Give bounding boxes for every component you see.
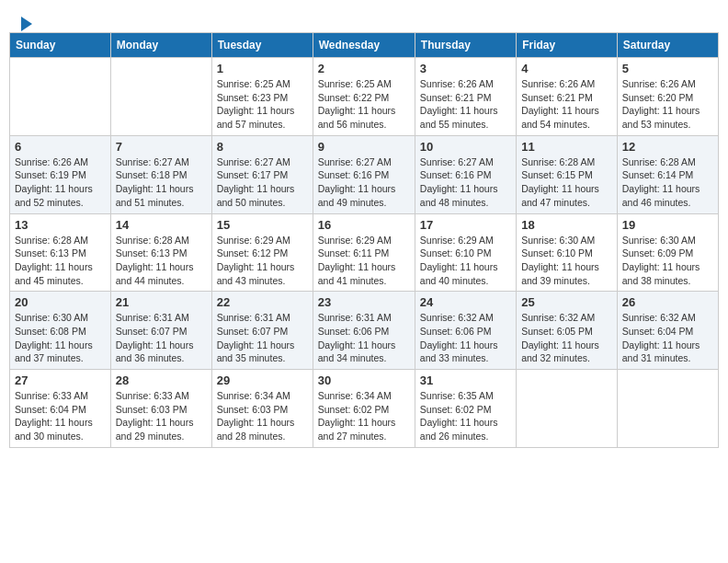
- header-tuesday: Tuesday: [211, 33, 313, 58]
- day-info: Sunrise: 6:32 AM Sunset: 6:04 PM Dayligh…: [622, 311, 713, 365]
- calendar-cell: [617, 370, 718, 448]
- calendar-cell: 14Sunrise: 6:28 AM Sunset: 6:13 PM Dayli…: [110, 213, 211, 292]
- day-info: Sunrise: 6:30 AM Sunset: 6:09 PM Dayligh…: [622, 234, 713, 288]
- day-info: Sunrise: 6:26 AM Sunset: 6:21 PM Dayligh…: [420, 77, 511, 132]
- calendar-week-1: 1Sunrise: 6:25 AM Sunset: 6:23 PM Daylig…: [10, 58, 719, 136]
- day-number: 23: [318, 295, 410, 309]
- day-number: 21: [116, 295, 207, 309]
- logo: [18, 18, 32, 28]
- calendar-table: SundayMondayTuesdayWednesdayThursdayFrid…: [9, 32, 719, 448]
- calendar-cell: 18Sunrise: 6:30 AM Sunset: 6:10 PM Dayli…: [517, 213, 618, 292]
- calendar-header: SundayMondayTuesdayWednesdayThursdayFrid…: [10, 33, 719, 58]
- day-number: 24: [420, 295, 511, 309]
- header-wednesday: Wednesday: [313, 33, 415, 58]
- day-info: Sunrise: 6:29 AM Sunset: 6:12 PM Dayligh…: [217, 234, 308, 288]
- calendar-cell: 4Sunrise: 6:26 AM Sunset: 6:21 PM Daylig…: [517, 58, 618, 136]
- day-info: Sunrise: 6:31 AM Sunset: 6:07 PM Dayligh…: [217, 311, 308, 365]
- calendar-cell: [517, 370, 618, 448]
- day-info: Sunrise: 6:25 AM Sunset: 6:23 PM Dayligh…: [217, 77, 308, 132]
- day-number: 19: [622, 218, 713, 232]
- calendar-cell: 23Sunrise: 6:31 AM Sunset: 6:06 PM Dayli…: [313, 292, 415, 370]
- day-info: Sunrise: 6:28 AM Sunset: 6:14 PM Dayligh…: [622, 155, 713, 210]
- calendar-cell: [110, 58, 211, 136]
- calendar-cell: 24Sunrise: 6:32 AM Sunset: 6:06 PM Dayli…: [415, 292, 516, 370]
- calendar-cell: 9Sunrise: 6:27 AM Sunset: 6:16 PM Daylig…: [313, 135, 415, 213]
- day-info: Sunrise: 6:33 AM Sunset: 6:04 PM Dayligh…: [15, 389, 106, 443]
- day-info: Sunrise: 6:26 AM Sunset: 6:19 PM Dayligh…: [15, 155, 106, 210]
- calendar-cell: 29Sunrise: 6:34 AM Sunset: 6:03 PM Dayli…: [211, 370, 313, 448]
- day-info: Sunrise: 6:34 AM Sunset: 6:03 PM Dayligh…: [217, 389, 308, 443]
- day-number: 3: [420, 62, 511, 75]
- day-number: 9: [318, 140, 410, 154]
- day-info: Sunrise: 6:28 AM Sunset: 6:13 PM Dayligh…: [116, 234, 207, 288]
- day-number: 30: [318, 373, 410, 387]
- header-saturday: Saturday: [617, 33, 718, 58]
- calendar-cell: 8Sunrise: 6:27 AM Sunset: 6:17 PM Daylig…: [211, 135, 313, 213]
- day-number: 22: [217, 295, 308, 309]
- calendar-cell: 19Sunrise: 6:30 AM Sunset: 6:09 PM Dayli…: [617, 213, 718, 292]
- calendar-cell: 6Sunrise: 6:26 AM Sunset: 6:19 PM Daylig…: [10, 135, 111, 213]
- day-number: 4: [521, 62, 612, 75]
- day-info: Sunrise: 6:34 AM Sunset: 6:02 PM Dayligh…: [318, 389, 410, 443]
- calendar-cell: 11Sunrise: 6:28 AM Sunset: 6:15 PM Dayli…: [517, 135, 618, 213]
- calendar-cell: 7Sunrise: 6:27 AM Sunset: 6:18 PM Daylig…: [110, 135, 211, 213]
- logo-arrow-icon: [21, 17, 32, 31]
- header-sunday: Sunday: [10, 33, 111, 58]
- day-number: 15: [217, 218, 308, 232]
- day-number: 29: [217, 373, 308, 387]
- day-number: 1: [217, 62, 308, 75]
- calendar-cell: 22Sunrise: 6:31 AM Sunset: 6:07 PM Dayli…: [211, 292, 313, 370]
- calendar-week-4: 20Sunrise: 6:30 AM Sunset: 6:08 PM Dayli…: [10, 292, 719, 370]
- day-number: 14: [116, 218, 207, 232]
- calendar-cell: 2Sunrise: 6:25 AM Sunset: 6:22 PM Daylig…: [313, 58, 415, 136]
- day-number: 18: [521, 218, 612, 232]
- day-number: 31: [420, 373, 511, 387]
- day-number: 25: [521, 295, 612, 309]
- day-info: Sunrise: 6:35 AM Sunset: 6:02 PM Dayligh…: [420, 389, 511, 443]
- day-info: Sunrise: 6:29 AM Sunset: 6:11 PM Dayligh…: [318, 234, 410, 288]
- calendar-cell: 31Sunrise: 6:35 AM Sunset: 6:02 PM Dayli…: [415, 370, 516, 448]
- calendar-cell: [10, 58, 111, 136]
- day-number: 7: [116, 140, 207, 154]
- day-info: Sunrise: 6:32 AM Sunset: 6:05 PM Dayligh…: [521, 311, 612, 365]
- calendar-cell: 3Sunrise: 6:26 AM Sunset: 6:21 PM Daylig…: [415, 58, 516, 136]
- day-number: 16: [318, 218, 410, 232]
- day-number: 6: [15, 140, 106, 154]
- calendar-week-2: 6Sunrise: 6:26 AM Sunset: 6:19 PM Daylig…: [10, 135, 719, 213]
- day-info: Sunrise: 6:27 AM Sunset: 6:16 PM Dayligh…: [420, 155, 511, 210]
- header-thursday: Thursday: [415, 33, 516, 58]
- day-info: Sunrise: 6:29 AM Sunset: 6:10 PM Dayligh…: [420, 234, 511, 288]
- day-number: 17: [420, 218, 511, 232]
- calendar-cell: 12Sunrise: 6:28 AM Sunset: 6:14 PM Dayli…: [617, 135, 718, 213]
- day-info: Sunrise: 6:30 AM Sunset: 6:08 PM Dayligh…: [15, 311, 106, 365]
- day-number: 8: [217, 140, 308, 154]
- day-info: Sunrise: 6:27 AM Sunset: 6:16 PM Dayligh…: [318, 155, 410, 210]
- day-info: Sunrise: 6:25 AM Sunset: 6:22 PM Dayligh…: [318, 77, 410, 132]
- calendar-cell: 20Sunrise: 6:30 AM Sunset: 6:08 PM Dayli…: [10, 292, 111, 370]
- calendar-cell: 26Sunrise: 6:32 AM Sunset: 6:04 PM Dayli…: [617, 292, 718, 370]
- calendar-cell: 27Sunrise: 6:33 AM Sunset: 6:04 PM Dayli…: [10, 370, 111, 448]
- header-monday: Monday: [110, 33, 211, 58]
- calendar-cell: 17Sunrise: 6:29 AM Sunset: 6:10 PM Dayli…: [415, 213, 516, 292]
- day-number: 27: [15, 373, 106, 387]
- calendar-cell: 15Sunrise: 6:29 AM Sunset: 6:12 PM Dayli…: [211, 213, 313, 292]
- page-header: [9, 9, 719, 32]
- calendar-cell: 1Sunrise: 6:25 AM Sunset: 6:23 PM Daylig…: [211, 58, 313, 136]
- calendar-cell: 25Sunrise: 6:32 AM Sunset: 6:05 PM Dayli…: [517, 292, 618, 370]
- day-info: Sunrise: 6:33 AM Sunset: 6:03 PM Dayligh…: [116, 389, 207, 443]
- day-number: 5: [622, 62, 713, 75]
- day-number: 12: [622, 140, 713, 154]
- day-info: Sunrise: 6:26 AM Sunset: 6:20 PM Dayligh…: [622, 77, 713, 132]
- calendar-cell: 10Sunrise: 6:27 AM Sunset: 6:16 PM Dayli…: [415, 135, 516, 213]
- day-number: 20: [15, 295, 106, 309]
- calendar-cell: 13Sunrise: 6:28 AM Sunset: 6:13 PM Dayli…: [10, 213, 111, 292]
- day-info: Sunrise: 6:32 AM Sunset: 6:06 PM Dayligh…: [420, 311, 511, 365]
- day-number: 2: [318, 62, 410, 75]
- day-info: Sunrise: 6:27 AM Sunset: 6:17 PM Dayligh…: [217, 155, 308, 210]
- day-number: 26: [622, 295, 713, 309]
- calendar-cell: 28Sunrise: 6:33 AM Sunset: 6:03 PM Dayli…: [110, 370, 211, 448]
- day-info: Sunrise: 6:28 AM Sunset: 6:13 PM Dayligh…: [15, 234, 106, 288]
- day-info: Sunrise: 6:26 AM Sunset: 6:21 PM Dayligh…: [521, 77, 612, 132]
- day-info: Sunrise: 6:31 AM Sunset: 6:06 PM Dayligh…: [318, 311, 410, 365]
- day-number: 28: [116, 373, 207, 387]
